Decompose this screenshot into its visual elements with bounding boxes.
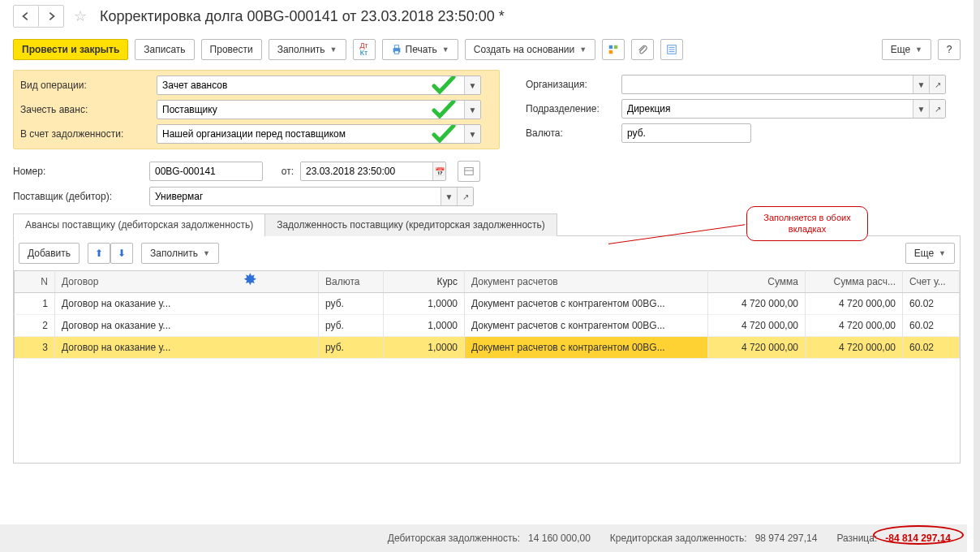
col-currency[interactable]: Валюта [319,271,384,293]
status-footer: Дебиторская задолженность: 14 160 000,00… [0,524,967,552]
date-input[interactable] [301,162,432,180]
col-acct[interactable]: Счет у... [903,271,960,293]
svg-rect-2 [394,51,398,54]
org-field[interactable]: ▼ ↗ [621,75,946,94]
svg-rect-4 [614,45,617,49]
calendar-icon[interactable]: 📅 [432,162,445,180]
op-type-label: Вид операции: [20,80,150,91]
advance-input[interactable] [157,101,464,119]
dept-field[interactable]: ▼ ↗ [621,99,946,119]
dropdown-icon[interactable]: ▼ [913,75,929,93]
highlighted-params: Вид операции: ▼ Зачесть аванс: ▼ [13,70,500,149]
dropdown-icon[interactable]: ▼ [441,188,457,205]
cred-label: Кредиторская задолженность: [610,533,747,544]
list-icon[interactable] [660,39,683,60]
tab-advances[interactable]: Авансы поставщику (дебиторская задолженн… [13,213,265,236]
dropdown-icon[interactable]: ▼ [464,76,480,94]
table-row[interactable]: 3Договор на оказание у...руб.1,0000Докум… [15,337,960,359]
dept-label: Подразделение: [526,103,615,114]
currency-label: Валюта: [526,127,615,139]
col-rate[interactable]: Курс [384,271,465,293]
nav-back-forward [13,5,64,28]
forward-button[interactable] [39,6,63,27]
svg-rect-5 [609,50,612,54]
diff-label: Разница: [836,533,877,544]
number-field[interactable] [149,162,263,181]
post-button[interactable]: Провести [201,39,262,60]
supplier-field[interactable]: ▼ ↗ [149,187,474,206]
table-more-button[interactable]: Еще▼ [905,243,955,264]
dropdown-icon[interactable]: ▼ [464,101,480,119]
currency-field[interactable]: ▼ ↗ [621,123,751,143]
dropdown-icon[interactable]: ▼ [913,100,929,118]
page-title: Корректировка долга 00BG-000141 от 23.03… [100,8,505,25]
dept-input[interactable] [622,100,913,118]
structure-icon[interactable] [602,39,625,60]
currency-input[interactable] [622,124,751,142]
date-field[interactable]: 📅 [300,162,446,181]
open-icon[interactable]: ↗ [929,100,945,118]
col-amount[interactable]: Сумма [708,271,806,293]
svg-rect-3 [609,45,612,49]
op-type-input[interactable] [157,76,464,94]
number-input[interactable] [150,162,263,180]
move-up-button[interactable]: ⬆ [88,243,110,264]
create-based-button[interactable]: Создать на основании▼ [465,39,595,60]
more-button[interactable]: Еще▼ [882,39,931,60]
deb-value: 14 160 000,00 [528,533,591,544]
save-button[interactable]: Записать [135,39,194,60]
against-label: В счет задолженности: [20,128,150,140]
cred-value: 98 974 297,14 [755,533,818,544]
open-icon[interactable]: ↗ [457,188,473,205]
deb-label: Дебиторская задолженность: [388,533,520,544]
supplier-label: Поставщик (дебитор): [13,191,143,202]
diff-value: -84 814 297,14 [885,533,951,544]
callout-annotation: Заполняется в обоих вкладках [746,206,868,241]
favorite-icon[interactable]: ☆ [74,7,87,25]
dropdown-icon[interactable]: ▼ [464,125,480,143]
add-row-button[interactable]: Добавить [19,243,80,264]
help-button[interactable]: ? [938,39,961,60]
against-input[interactable] [157,125,464,143]
number-label: Номер: [13,166,143,177]
supplier-input[interactable] [150,188,441,205]
org-input[interactable] [622,75,913,93]
move-down-button[interactable]: ⬇ [110,243,133,264]
table-row[interactable]: 1Договор на оказание у...руб.1,0000Докум… [15,293,960,315]
tab-debt[interactable]: Задолженность поставщику (кредиторская з… [264,213,557,236]
from-label: от: [269,166,294,177]
fill-button[interactable]: Заполнить▼ [269,39,346,60]
dt-kt-button[interactable]: ДтКт [353,39,376,60]
col-doc[interactable]: Документ расчетов [465,271,708,293]
extra-icon[interactable] [458,161,480,182]
rows-table: N Договор Валюта Курс Документ расчетов … [14,270,960,359]
open-icon[interactable]: ↗ [929,75,945,93]
advance-label: Зачесть аванс: [20,104,150,115]
fill-rows-button[interactable]: Заполнить▼ [141,243,219,264]
attach-icon[interactable] [631,39,654,60]
svg-rect-1 [394,45,398,49]
print-button[interactable]: Печать▼ [382,39,458,60]
against-field[interactable]: ▼ [157,124,481,144]
org-label: Организация: [526,79,615,90]
table-row[interactable]: 2Договор на оказание у...руб.1,0000Докум… [15,315,960,337]
post-and-close-button[interactable]: Провести и закрыть [13,39,128,60]
op-type-field[interactable]: ▼ [157,75,481,95]
back-button[interactable] [14,6,39,27]
col-amount2[interactable]: Сумма расч... [806,271,903,293]
svg-rect-10 [465,168,474,175]
advance-field[interactable]: ▼ [157,100,481,119]
col-n[interactable]: N [15,271,55,293]
col-contract[interactable]: Договор [55,271,319,293]
